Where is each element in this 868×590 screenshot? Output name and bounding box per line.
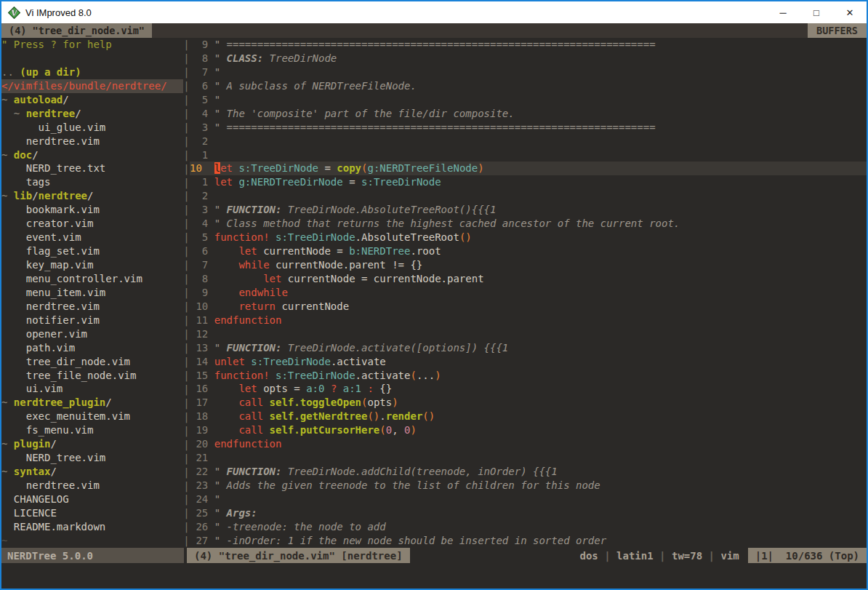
tree-item[interactable]: ~ lib/nerdtree/ bbox=[1, 189, 183, 203]
tab-tree-dir-node[interactable]: (4) "tree_dir_node.vim" bbox=[1, 23, 152, 38]
line-number: 10 bbox=[190, 300, 208, 314]
text-segment: tree_file_node.vim bbox=[1, 370, 136, 381]
text-segment: s:TreeDirNode bbox=[238, 162, 318, 174]
code-line[interactable]: 19 call self.putCursorHere(0, 0) bbox=[190, 423, 867, 437]
code-line[interactable]: 5" bbox=[190, 93, 867, 107]
current-code-line[interactable]: 10let s:TreeDirNode = copy(g:NERDTreeFil… bbox=[190, 162, 867, 175]
code-line[interactable]: 2 bbox=[190, 189, 867, 203]
code-line[interactable]: 18 call self.getNerdtree().render() bbox=[190, 410, 867, 423]
code-editor[interactable]: 9" =====================================… bbox=[190, 38, 867, 548]
tree-item[interactable]: ~ doc/ bbox=[1, 148, 183, 162]
tree-item[interactable]: nerdtree.vim bbox=[1, 300, 183, 314]
tree-item[interactable]: tree_file_node.vim bbox=[1, 369, 183, 383]
tree-item[interactable]: creator.vim bbox=[1, 217, 183, 231]
tree-item[interactable]: ~ bbox=[1, 534, 183, 548]
minimize-button[interactable]: ─ bbox=[766, 1, 800, 23]
text-segment: ~ bbox=[1, 149, 14, 161]
text-segment: " ======================================… bbox=[214, 39, 656, 50]
code-line[interactable]: 5function! s:TreeDirNode.AbsoluteTreeRoo… bbox=[190, 231, 867, 244]
line-number: 20 bbox=[190, 437, 208, 451]
tree-item[interactable]: LICENCE bbox=[1, 506, 183, 520]
code-line[interactable]: 2 bbox=[190, 135, 867, 148]
tree-item[interactable]: NERD_tree.vim bbox=[1, 451, 183, 465]
tree-item[interactable]: ui_glue.vim bbox=[1, 121, 183, 135]
tree-root-path[interactable]: </vimfiles/bundle/nerdtree/ bbox=[1, 79, 183, 93]
code-line[interactable]: 3" FUNCTION: TreeDirNode.AbsoluteTreeRoo… bbox=[190, 203, 867, 217]
tree-item[interactable]: menu_controller.vim bbox=[1, 272, 183, 286]
code-line[interactable]: 23" Adds the given treenode to the list … bbox=[190, 479, 867, 493]
close-button[interactable]: ✕ bbox=[833, 1, 867, 23]
tree-item[interactable]: exec_menuitem.vim bbox=[1, 410, 183, 423]
command-line[interactable] bbox=[1, 563, 867, 589]
text-segment: ui_glue.vim bbox=[1, 121, 105, 133]
code-line[interactable]: 12 bbox=[190, 327, 867, 341]
code-line[interactable]: 21 bbox=[190, 451, 867, 465]
window-split-separator[interactable]: | | | | | | | | | | | | | | | | | | | | … bbox=[183, 38, 190, 548]
code-line[interactable]: 1 bbox=[190, 148, 867, 162]
tree-item[interactable]: event.vim bbox=[1, 231, 183, 244]
code-line[interactable]: 20endfunction bbox=[190, 437, 867, 451]
code-line[interactable]: 22" FUNCTION: TreeDirNode.addChild(treen… bbox=[190, 465, 867, 479]
code-line[interactable]: 14unlet s:TreeDirNode.activate bbox=[190, 355, 867, 369]
tree-item[interactable]: tags bbox=[1, 175, 183, 189]
tree-item[interactable]: nerdtree.vim bbox=[1, 479, 183, 493]
tree-item[interactable]: path.vim bbox=[1, 341, 183, 355]
tree-item[interactable]: ~ plugin/ bbox=[1, 437, 183, 451]
code-line[interactable]: 3" =====================================… bbox=[190, 121, 867, 135]
code-line[interactable]: 16 let opts = a:0 ? a:1 : {} bbox=[190, 382, 867, 396]
code-line[interactable]: 6" A subclass of NERDTreeFileNode. bbox=[190, 79, 867, 93]
tree-item[interactable]: notifier.vim bbox=[1, 314, 183, 327]
tree-item[interactable]: NERD_tree.txt bbox=[1, 162, 183, 175]
text-segment: TreeDirNode.activate([options]) {{{1 bbox=[281, 342, 508, 354]
tree-item[interactable]: fs_menu.vim bbox=[1, 423, 183, 437]
code-line[interactable]: 10 return currentNode bbox=[190, 300, 867, 314]
code-line[interactable]: 8" CLASS: TreeDirNode bbox=[190, 52, 867, 65]
code-line[interactable]: 24" bbox=[190, 493, 867, 506]
text-segment: nerdtree bbox=[26, 108, 75, 119]
text-segment: " bbox=[214, 342, 227, 354]
tree-item[interactable]: CHANGELOG bbox=[1, 493, 183, 506]
code-line[interactable]: 11endfunction bbox=[190, 314, 867, 327]
tree-item[interactable]: nerdtree.vim bbox=[1, 135, 183, 148]
tree-item[interactable]: key_map.vim bbox=[1, 258, 183, 272]
code-line[interactable]: 13" FUNCTION: TreeDirNode.activate([opti… bbox=[190, 341, 867, 355]
text-segment: event.vim bbox=[1, 231, 81, 243]
text-segment: endwhile bbox=[238, 287, 287, 298]
tree-item[interactable]: ~ autoload/ bbox=[1, 93, 183, 107]
code-line[interactable]: 17 call self.toggleOpen(opts) bbox=[190, 396, 867, 410]
text-segment: = bbox=[318, 162, 337, 174]
line-number: 5 bbox=[190, 93, 208, 107]
code-line[interactable]: 9" =====================================… bbox=[190, 38, 867, 52]
tree-help-line[interactable]: " Press ? for help bbox=[1, 38, 183, 52]
code-line[interactable]: 7 while currentNode.parent != {} bbox=[190, 258, 867, 272]
tree-item[interactable]: menu_item.vim bbox=[1, 286, 183, 300]
code-line[interactable]: 8 let currentNode = currentNode.parent bbox=[190, 272, 867, 286]
tree-item[interactable]: flag_set.vim bbox=[1, 244, 183, 258]
code-line[interactable]: 15function! s:TreeDirNode.activate(...) bbox=[190, 369, 867, 383]
maximize-button[interactable]: □ bbox=[800, 1, 833, 23]
tree-item[interactable]: tree_dir_node.vim bbox=[1, 355, 183, 369]
code-line[interactable]: 25" Args: bbox=[190, 506, 867, 520]
text-segment: return bbox=[238, 300, 276, 312]
line-number: 9 bbox=[190, 286, 208, 300]
tree-item[interactable]: ~ syntax/ bbox=[1, 465, 183, 479]
tree-item[interactable]: ~ nerdtree_plugin/ bbox=[1, 396, 183, 410]
text-segment bbox=[214, 424, 239, 436]
editor-split: " Press ? for help.. (up a dir)</vimfile… bbox=[1, 38, 867, 548]
code-line[interactable]: 27" -inOrder: 1 if the new node should b… bbox=[190, 534, 867, 548]
tree-item[interactable]: ui.vim bbox=[1, 382, 183, 396]
tree-item[interactable]: bookmark.vim bbox=[1, 203, 183, 217]
code-line[interactable]: 26" -treenode: the node to add bbox=[190, 520, 867, 534]
code-line[interactable]: 4" Class method that returns the highest… bbox=[190, 217, 867, 231]
tree-item[interactable]: .. (up a dir) bbox=[1, 65, 183, 79]
code-line[interactable]: 1let g:NERDTreeDirNode = s:TreeDirNode bbox=[190, 175, 867, 189]
text-segment: currentNode.parent != {} bbox=[270, 259, 423, 271]
code-line[interactable]: 6 let currentNode = b:NERDTree.root bbox=[190, 244, 867, 258]
text-segment: endfunction bbox=[214, 314, 282, 326]
code-line[interactable]: 7" bbox=[190, 65, 867, 79]
code-line[interactable]: 4" The 'composite' part of the file/dir … bbox=[190, 107, 867, 121]
code-line[interactable]: 9 endwhile bbox=[190, 286, 867, 300]
tree-item[interactable]: README.markdown bbox=[1, 520, 183, 534]
tree-item[interactable]: ~ nerdtree/ bbox=[1, 107, 183, 121]
tree-item[interactable]: opener.vim bbox=[1, 327, 183, 341]
